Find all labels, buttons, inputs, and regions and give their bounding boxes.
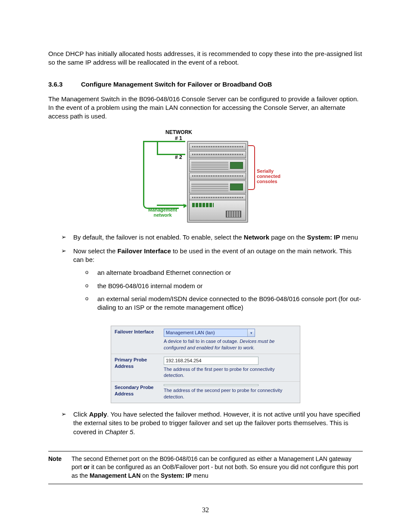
page-number: 32 (0, 505, 411, 515)
note-box: Note The second Ethernet port on the B09… (48, 451, 363, 484)
serial-bracket (248, 145, 255, 190)
secondary-probe-hint: The address of the second peer to probe … (164, 387, 296, 400)
primary-probe-input[interactable]: 192.168.254.254 (164, 357, 258, 365)
management-network-label: Managementnetwork (148, 207, 177, 218)
primary-probe-label: Primary Probe Address (111, 354, 160, 382)
net-line (143, 141, 179, 209)
failover-interface-value: Management LAN (lan) (164, 329, 247, 336)
sub-bullet-item: an alternate broadband Ethernet connecti… (85, 268, 363, 281)
serially-connected-label: Seriallyconnectedconsoles (257, 168, 280, 184)
note-tag: Note (48, 455, 72, 480)
sub-bullet-item: an external serial modem/ISDN device con… (85, 295, 363, 317)
server-rack-icon (187, 141, 248, 223)
sub-bullet-item: the B096-048/016 internal modem or (85, 282, 363, 295)
bullet-item: By default, the failover is not enabled.… (61, 233, 363, 247)
secondary-probe-label: Secondary Probe Address (111, 382, 160, 403)
failover-interface-label: Failover Interface (111, 326, 160, 354)
primary-probe-hint: The address of the first peer to probe f… (164, 366, 296, 379)
network-diagram: NETWORK # 1 # 2 Managementnetwork Serial… (135, 129, 276, 228)
bullet-item: Click Apply. You have selected the failo… (61, 410, 363, 442)
section-paragraph: The Management Switch in the B096-048/01… (48, 95, 363, 121)
failover-form-screenshot: Failover Interface Management LAN (lan) … (111, 326, 300, 403)
failover-interface-hint: A device to fail to in case of outage. D… (164, 338, 296, 351)
section-title: Configure Management Switch for Failover… (81, 81, 272, 88)
net-arrow (157, 205, 186, 206)
section-number: 3.6.3 (48, 80, 81, 89)
secondary-probe-input[interactable] (164, 384, 258, 386)
failover-interface-select[interactable]: Management LAN (lan) ▾ (164, 329, 255, 337)
note-body: The second Ethernet port on the B096-048… (72, 455, 363, 480)
intro-paragraph: Once DHCP has initially allocated hosts … (48, 50, 363, 67)
section-heading: 3.6.3Configure Management Switch for Fai… (48, 80, 363, 89)
bullet-item: Now select the Failover Interface to be … (61, 247, 363, 322)
chevron-down-icon[interactable]: ▾ (247, 329, 255, 336)
